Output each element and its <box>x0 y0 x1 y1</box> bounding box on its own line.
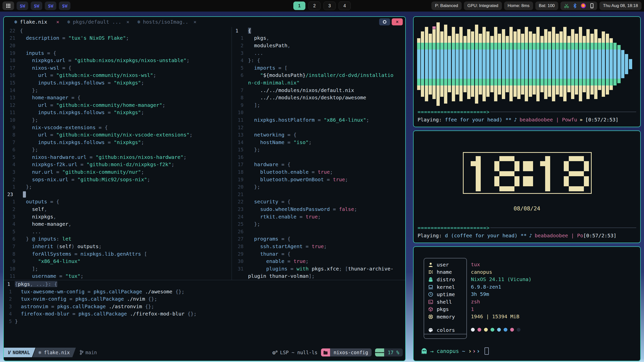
code-token: = <box>285 258 294 264</box>
line-number: 6 <box>4 147 20 152</box>
code-token: home-manager <box>20 95 68 101</box>
code-token: , ...}: { <box>30 281 57 287</box>
palette-dot <box>491 328 494 332</box>
code-line: 22 security = { <box>232 198 405 206</box>
code-line: 29 thunar = { <box>232 250 405 258</box>
fetch-value: 6.9.8-zen1 <box>471 283 501 291</box>
window-toggle-button[interactable] <box>379 18 390 25</box>
code-token: = { <box>278 251 290 257</box>
phone-icon[interactable] <box>590 3 594 8</box>
code-line: 3 nixpkgs, <box>4 213 231 220</box>
grid-icon <box>6 4 11 8</box>
fetch-label: hname <box>437 269 452 275</box>
code-token: ; <box>80 273 84 279</box>
line-number: 23 <box>4 192 20 197</box>
code-token: = <box>66 296 75 302</box>
code-line: 14 hostName = "iso"; <box>232 139 405 146</box>
code-token: thunar <box>248 251 278 257</box>
line-number: 5 <box>4 319 15 324</box>
code-line: 4 nixpkgs-f2k.url = "github:moni-dz/nixp… <box>4 161 231 168</box>
code-token: ; <box>354 206 357 212</box>
code-line: 5 ... <box>4 228 231 235</box>
code-line: 3 nur.url = "github:nix-community/nur"; <box>4 168 231 176</box>
workspace-widget[interactable]: $W <box>31 2 42 10</box>
progress-rule <box>490 112 636 112</box>
code-token: ${modulesPath} <box>263 72 306 78</box>
workspace-widget[interactable]: $W <box>17 2 28 10</box>
code-line: 28 ssh.startAgent = true; <box>232 243 405 250</box>
code-token: true <box>333 176 345 183</box>
palette-dot <box>471 328 475 332</box>
tag-2[interactable]: 2 <box>308 2 320 10</box>
code-token: : <box>56 236 62 242</box>
tab-close-icon[interactable]: × <box>124 19 129 25</box>
code-line: 4 firefox-mod-blur = pkgs.callPackage ./… <box>4 310 405 318</box>
code-pane-right[interactable]: 1{1 pkgs,2 modulesPath,3 ...4}: {5 impor… <box>232 27 405 280</box>
shell-prompt[interactable]: → canopus ~ ››› <box>421 347 489 355</box>
line-number: 7 <box>4 244 20 249</box>
code-line: 26 <box>232 228 405 235</box>
code-token: bluetooth.enable <box>248 169 309 175</box>
code-token: imports <box>248 65 275 71</box>
code-token: = <box>87 154 96 160</box>
fetch-value: 1946 | 15394 MiB <box>471 313 519 321</box>
firefox-icon[interactable] <box>581 3 586 9</box>
code-token: = <box>69 311 78 317</box>
code-token: ]; <box>248 102 260 108</box>
code-token: }; <box>248 221 260 227</box>
code-token: true <box>312 243 324 249</box>
code-token: security <box>248 199 278 205</box>
line-number: 3 <box>232 50 248 56</box>
tag-1[interactable]: 1 <box>293 2 305 10</box>
branch-icon <box>79 350 84 355</box>
code-token: home-manager <box>20 221 68 227</box>
code-token: ../../modules/nixos/default.nix <box>248 87 354 93</box>
tab-flake-nix[interactable]: ❄flake.nix× <box>10 17 63 27</box>
fetch-row: hname <box>428 268 452 276</box>
chevron-icon: › <box>468 348 472 355</box>
fetch-label: uptime <box>437 291 455 297</box>
code-line: 13 home-manager = { <box>4 94 231 101</box>
code-token: = <box>65 57 74 63</box>
code-token: "nixpkgs" <box>114 139 141 145</box>
code-token: ; <box>147 176 150 183</box>
line-number: 8 <box>4 132 20 138</box>
line-number: 9 <box>4 258 20 264</box>
code-token: hardware <box>248 161 278 167</box>
scissors-icon[interactable] <box>564 3 569 8</box>
line-number: 6 <box>232 72 248 78</box>
fetch-value: 1 <box>471 306 474 313</box>
workspace-widget[interactable]: $W <box>59 2 70 10</box>
code-line: 8 forAllSystems = nixpkgs.lib.genAttrs [ <box>4 250 231 258</box>
arrow-icon: → <box>430 348 434 354</box>
code-line: 31 plugins = with pkgs.xfce; [thunar-arc… <box>232 265 405 273</box>
clock-digits <box>471 156 592 191</box>
code-pane-left[interactable]: 22{21 description = "tux's NixOS Flake";… <box>4 27 231 280</box>
bluetooth-icon[interactable] <box>573 3 577 8</box>
code-token: ; <box>345 176 348 183</box>
tag-4[interactable]: 4 <box>339 2 351 10</box>
code-token: enable <box>248 258 285 264</box>
launcher-button[interactable] <box>3 2 14 10</box>
line-number: 4 <box>4 311 15 316</box>
code-token: = <box>85 289 94 295</box>
code-line: 6 } @ inputs: let <box>4 235 231 243</box>
code-line: 12 <box>232 124 405 131</box>
code-token: ../../modules/nixos/desktop/awesome <box>248 95 366 101</box>
nix-snowflake-icon: ❄ <box>67 19 70 25</box>
code-token: self <box>20 206 44 212</box>
tab-close-icon[interactable]: × <box>191 19 196 25</box>
tag-3[interactable]: 3 <box>324 2 336 10</box>
tab-hosts-isoImag-[interactable]: ❄hosts/isoImag..× <box>133 17 200 27</box>
code-token: } <box>15 318 18 324</box>
tab-close-icon[interactable]: × <box>50 19 59 25</box>
tab-pkgs-default-[interactable]: ❄pkgs/default ...× <box>63 17 133 27</box>
code-pane-bottom[interactable]: 1{pkgs, ...}: {1 tux-awesome-wm-config =… <box>4 280 405 325</box>
workspace-widget[interactable]: $W <box>45 2 56 10</box>
track-progress-bar: =====================> <box>418 224 636 232</box>
window-close-button[interactable]: × <box>392 18 403 25</box>
code-token: ; <box>141 80 144 86</box>
file-segment[interactable]: ❄ flake.nix <box>32 348 76 357</box>
line-number: 11 <box>232 117 248 123</box>
terminal-cursor[interactable] <box>485 347 489 355</box>
